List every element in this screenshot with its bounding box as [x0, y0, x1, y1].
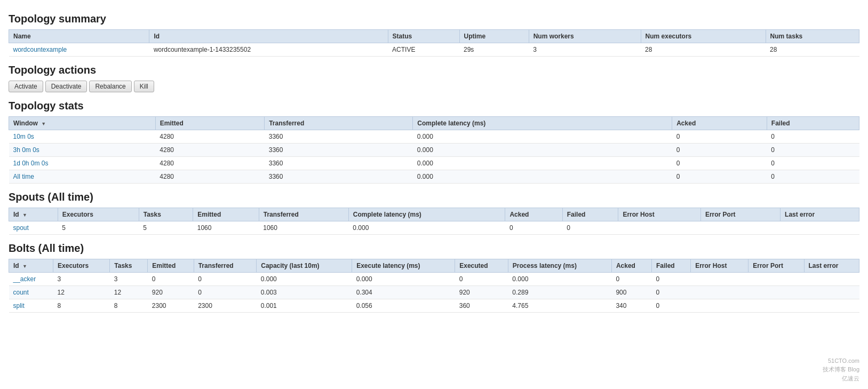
cell-executors: 3	[53, 273, 110, 286]
cell-id: count	[9, 286, 53, 299]
col-num-tasks: Num tasks	[766, 30, 859, 43]
spout-col-error-host: Error Host	[618, 208, 701, 221]
cell-id: wordcountexample-1-1433235502	[149, 43, 388, 57]
col-id: Id	[149, 30, 388, 43]
topology-actions-bar: ActivateDeactivateRebalanceKill	[9, 81, 859, 92]
cell-emitted: 4280	[155, 130, 264, 144]
topology-summary-title: Topology summary	[9, 13, 859, 25]
window-link[interactable]: 10m 0s	[13, 133, 34, 140]
cell-last-error	[804, 299, 859, 313]
topology-name-link[interactable]: wordcountexample	[13, 46, 67, 53]
activate-button[interactable]: Activate	[9, 81, 43, 92]
cell-acked: 0	[611, 273, 651, 286]
cell-complete-latency: 0.000	[413, 130, 672, 144]
cell-tasks: 5	[139, 221, 193, 235]
cell-id: __acker	[9, 273, 53, 286]
cell-emitted: 4280	[155, 170, 264, 184]
cell-status: ACTIVE	[388, 43, 459, 57]
bolt-col-error-host: Error Host	[691, 259, 748, 273]
cell-transferred: 3360	[265, 130, 413, 144]
cell-last-error	[804, 273, 859, 286]
cell-executed: 920	[455, 286, 508, 299]
cell-tasks: 12	[110, 286, 148, 299]
bolt-id-link[interactable]: __acker	[13, 275, 36, 283]
window-link[interactable]: 3h 0m 0s	[13, 146, 39, 154]
topology-actions-title: Topology actions	[9, 64, 859, 76]
spout-col-id: Id ▼	[9, 208, 58, 221]
cell-capacity: 0.003	[257, 286, 352, 299]
cell-emitted: 4280	[155, 157, 264, 170]
cell-failed: 0	[562, 221, 618, 235]
cell-acked: 0	[672, 144, 767, 157]
cell-num-tasks: 28	[766, 43, 859, 57]
cell-acked: 0	[672, 157, 767, 170]
stats-col-failed: Failed	[767, 117, 859, 130]
kill-button[interactable]: Kill	[134, 81, 154, 92]
spouts-title: Spouts (All time)	[9, 191, 859, 203]
col-name: Name	[9, 30, 149, 43]
bolt-col-emitted: Emitted	[148, 259, 194, 273]
spout-col-executors: Executors	[58, 208, 139, 221]
cell-name: wordcountexample	[9, 43, 149, 57]
spout-col-transferred: Transferred	[259, 208, 348, 221]
cell-emitted: 1060	[193, 221, 259, 235]
cell-last-error	[781, 221, 859, 235]
cell-process-latency: 0.000	[508, 273, 611, 286]
stats-col-emitted: Emitted	[155, 117, 264, 130]
stats-col-complete-latency: Complete latency (ms)	[413, 117, 672, 130]
spout-id-link[interactable]: spout	[13, 224, 29, 232]
table-row: All time 4280 3360 0.000 0 0	[9, 170, 859, 184]
window-link[interactable]: All time	[13, 173, 34, 180]
spout-id-sort-icon: ▼	[22, 212, 27, 218]
cell-complete-latency: 0.000	[413, 157, 672, 170]
cell-execute-latency: 0.000	[352, 273, 455, 286]
stats-col-acked: Acked	[672, 117, 767, 130]
cell-emitted: 2300	[148, 299, 194, 313]
cell-transferred: 1060	[259, 221, 348, 235]
cell-acked: 0	[672, 130, 767, 144]
cell-emitted: 920	[148, 286, 194, 299]
cell-transferred: 0	[194, 286, 257, 299]
table-row: __acker 3 3 0 0 0.000 0.000 0 0.000 0 0	[9, 273, 859, 286]
topology-summary-table: Name Id Status Uptime Num workers Num ex…	[9, 29, 859, 57]
bolts-title: Bolts (All time)	[9, 242, 859, 255]
table-row: count 12 12 920 0 0.003 0.304 920 0.289 …	[9, 286, 859, 299]
cell-executed: 0	[455, 273, 508, 286]
spout-col-error-port: Error Port	[700, 208, 780, 221]
bolt-col-executors: Executors	[53, 259, 110, 273]
cell-transferred: 2300	[194, 299, 257, 313]
cell-uptime: 29s	[459, 43, 529, 57]
bolt-col-last-error: Last error	[804, 259, 859, 273]
rebalance-button[interactable]: Rebalance	[89, 81, 131, 92]
cell-execute-latency: 0.304	[352, 286, 455, 299]
cell-failed: 0	[767, 157, 859, 170]
spout-col-last-error: Last error	[781, 208, 859, 221]
cell-window: All time	[9, 170, 156, 184]
cell-num-executors: 28	[641, 43, 766, 57]
col-num-workers: Num workers	[529, 30, 641, 43]
deactivate-button[interactable]: Deactivate	[45, 81, 87, 92]
window-link[interactable]: 1d 0h 0m 0s	[13, 160, 49, 167]
bolt-col-process-latency: Process latency (ms)	[508, 259, 611, 273]
cell-acked: 0	[672, 170, 767, 184]
bolt-col-failed: Failed	[651, 259, 690, 273]
spout-col-acked: Acked	[505, 208, 562, 221]
window-sort-icon: ▼	[41, 121, 46, 126]
bolt-col-acked: Acked	[611, 259, 651, 273]
topology-stats-table: Window ▼ Emitted Transferred Complete la…	[9, 116, 859, 184]
cell-emitted: 0	[148, 273, 194, 286]
stats-col-transferred: Transferred	[265, 117, 413, 130]
bolts-table: Id ▼ Executors Tasks Emitted Transferred…	[9, 259, 859, 313]
bolt-id-link[interactable]: count	[13, 289, 29, 296]
spout-col-complete-latency: Complete latency (ms)	[348, 208, 505, 221]
bolt-id-sort-icon: ▼	[22, 264, 27, 269]
cell-error-host	[691, 286, 748, 299]
cell-failed: 0	[651, 286, 690, 299]
bolt-id-link[interactable]: split	[13, 302, 25, 309]
col-uptime: Uptime	[459, 30, 529, 43]
table-row: 1d 0h 0m 0s 4280 3360 0.000 0 0	[9, 157, 859, 170]
table-row: 10m 0s 4280 3360 0.000 0 0	[9, 130, 859, 144]
cell-error-host	[691, 273, 748, 286]
cell-acked: 900	[611, 286, 651, 299]
bolt-col-execute-latency: Execute latency (ms)	[352, 259, 455, 273]
